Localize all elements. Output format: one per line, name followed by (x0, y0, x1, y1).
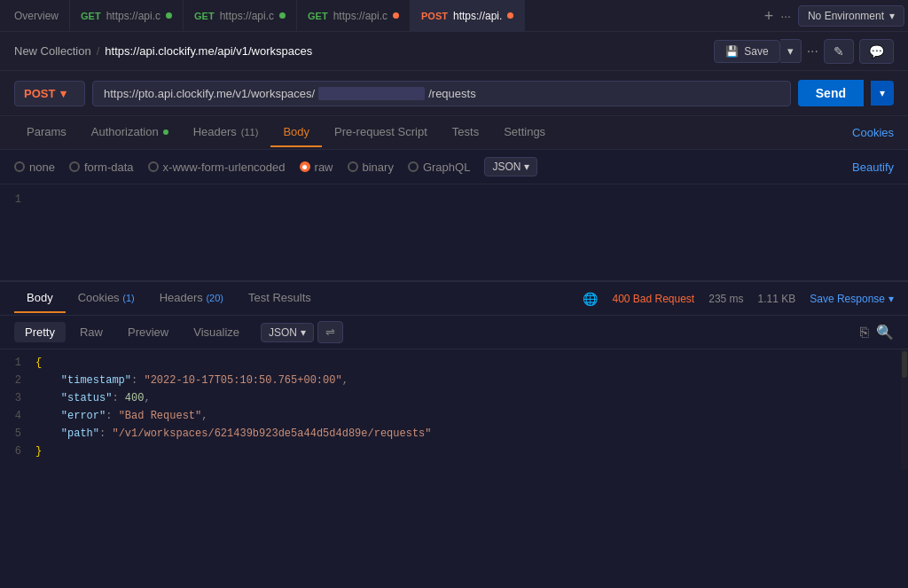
tab-post1[interactable]: POST https://api. (411, 0, 525, 31)
response-format-bar: Pretty Raw Preview Visualize JSON ▾ ⇌ ⎘ … (0, 316, 908, 349)
body-type-binary[interactable]: binary (348, 161, 394, 174)
breadcrumb-separator: / (97, 44, 100, 58)
url-input[interactable]: https://pto.api.clockify.me/v1/workspace… (92, 81, 791, 106)
radio-raw (300, 161, 310, 172)
save-button[interactable]: 💾 Save (714, 40, 779, 63)
tab-authorization-label: Authorization (91, 125, 159, 138)
tab-get1-dot (166, 12, 172, 19)
tab-pre-request[interactable]: Pre-request Script (322, 118, 440, 147)
environment-selector[interactable]: No Environment ▾ (798, 5, 904, 27)
body-type-bar: none form-data x-www-form-urlencoded raw… (0, 150, 908, 184)
save-dropdown-button[interactable]: ▾ (780, 39, 802, 63)
header-actions: 💾 Save ▾ ··· ✎ 💬 (714, 39, 894, 64)
tab-actions: + ··· (764, 8, 798, 24)
tab-tests[interactable]: Tests (440, 118, 491, 147)
comment-icon: 💬 (869, 44, 884, 59)
json-line-content-3: "status": 400, (35, 392, 151, 404)
comment-button[interactable]: 💬 (859, 39, 894, 64)
response-area: Body Cookies (1) Headers (20) Test Resul… (0, 282, 908, 470)
response-size: 1.11 KB (758, 293, 796, 305)
json-line-num-5: 5 (0, 427, 35, 440)
response-tab-cookies[interactable]: Cookies (1) (66, 284, 147, 313)
format-tab-raw[interactable]: Raw (69, 322, 114, 342)
tab-get3-label: https://api.c (333, 10, 387, 22)
response-scrollbar[interactable] (901, 349, 908, 470)
format-tab-preview-label: Preview (128, 325, 168, 339)
edit-button[interactable]: ✎ (824, 39, 854, 64)
env-label: No Environment (808, 10, 884, 22)
response-tabs: Body Cookies (1) Headers (20) Test Resul… (0, 282, 908, 316)
body-type-urlencoded[interactable]: x-www-form-urlencoded (148, 161, 286, 174)
json-line-content-5: "path": "/v1/workspaces/621439b923de5a44… (35, 427, 432, 440)
json-line-num-2: 2 (0, 374, 35, 387)
tab-bar: Overview GET https://api.c GET https://a… (0, 0, 908, 32)
tab-get2[interactable]: GET https://api.c (184, 0, 297, 31)
body-type-form-data[interactable]: form-data (69, 161, 134, 174)
response-headers-count-badge: (20) (206, 293, 223, 303)
url-prefix: https://pto.api.clockify.me/v1/workspace… (104, 87, 315, 100)
response-scrollbar-thumb (902, 351, 907, 378)
body-type-graphql-label: GraphQL (423, 161, 470, 174)
tab-get1[interactable]: GET https://api.c (70, 0, 184, 31)
cookies-count-badge: (1) (122, 293, 134, 303)
response-tab-test-results[interactable]: Test Results (236, 284, 324, 313)
body-type-binary-label: binary (363, 161, 394, 174)
format-tab-pretty[interactable]: Pretty (14, 322, 66, 342)
json-line-5: 5 "path": "/v1/workspaces/621439b923de5a… (0, 427, 908, 445)
tab-authorization[interactable]: Authorization (79, 118, 181, 147)
tab-post1-method: POST (421, 11, 448, 21)
save-response-button[interactable]: Save Response ▾ (810, 293, 894, 305)
body-format-selector[interactable]: JSON ▾ (484, 157, 537, 176)
response-tab-cookies-label: Cookies (78, 291, 120, 304)
breadcrumb-collection[interactable]: New Collection (14, 44, 91, 58)
tab-overview[interactable]: Overview (4, 0, 70, 31)
wrap-lines-icon: ⇌ (325, 325, 335, 339)
format-tab-visualize-label: Visualize (193, 325, 239, 339)
line-number-1: 1 (0, 193, 35, 206)
response-format-label: JSON (269, 326, 297, 339)
body-type-graphql[interactable]: GraphQL (408, 161, 470, 174)
response-json: 1 { 2 "timestamp": "2022-10-17T05:10:50.… (0, 349, 908, 470)
format-tab-visualize[interactable]: Visualize (183, 322, 250, 342)
tab-tests-label: Tests (452, 125, 479, 138)
body-type-raw-label: raw (315, 161, 333, 174)
radio-binary (348, 161, 358, 172)
body-type-none[interactable]: none (14, 161, 55, 174)
response-tab-headers[interactable]: Headers (20) (147, 284, 236, 313)
format-tab-preview[interactable]: Preview (117, 322, 179, 342)
more-options-button[interactable]: ··· (807, 43, 818, 59)
code-editor[interactable]: 1 (0, 184, 908, 282)
edit-icon: ✎ (834, 44, 844, 59)
radio-none (14, 161, 25, 172)
json-line-2: 2 "timestamp": "2022-10-17T05:10:50.765+… (0, 374, 908, 392)
tab-more-button[interactable]: ··· (780, 9, 791, 23)
tab-settings[interactable]: Settings (491, 118, 558, 147)
body-type-urlencoded-label: x-www-form-urlencoded (163, 161, 286, 174)
send-button[interactable]: Send (798, 80, 864, 106)
save-response-label: Save Response (810, 293, 885, 305)
response-tab-body[interactable]: Body (14, 284, 66, 313)
tab-post1-label: https://api. (453, 10, 502, 22)
tab-get3[interactable]: GET https://api.c (297, 0, 411, 31)
tab-body[interactable]: Body (270, 118, 322, 147)
save-icon: 💾 (725, 45, 739, 58)
breadcrumb-current: https://api.clockify.me/api/v1/workspace… (105, 44, 312, 58)
json-line-content-1: { (35, 357, 42, 369)
cookies-link[interactable]: Cookies (852, 126, 894, 139)
copy-response-button[interactable]: ⎘ (860, 325, 869, 341)
beautify-button[interactable]: Beautify (852, 161, 894, 174)
json-line-content-4: "error": "Bad Request", (35, 410, 207, 422)
chevron-down-icon: ▾ (889, 10, 895, 22)
response-format-chevron-icon: ▾ (301, 326, 306, 339)
body-type-raw[interactable]: raw (300, 161, 333, 174)
new-tab-button[interactable]: + (764, 8, 774, 24)
method-selector[interactable]: POST ▾ (14, 81, 85, 106)
tab-headers[interactable]: Headers (11) (181, 118, 271, 147)
format-tab-pretty-label: Pretty (25, 325, 55, 339)
send-dropdown-button[interactable]: ▾ (871, 81, 894, 106)
response-format-selector[interactable]: JSON ▾ (261, 323, 314, 342)
wrap-lines-button[interactable]: ⇌ (317, 321, 343, 343)
search-response-button[interactable]: 🔍 (876, 324, 894, 341)
tab-params[interactable]: Params (14, 118, 79, 147)
header-bar: New Collection / https://api.clockify.me… (0, 32, 908, 71)
